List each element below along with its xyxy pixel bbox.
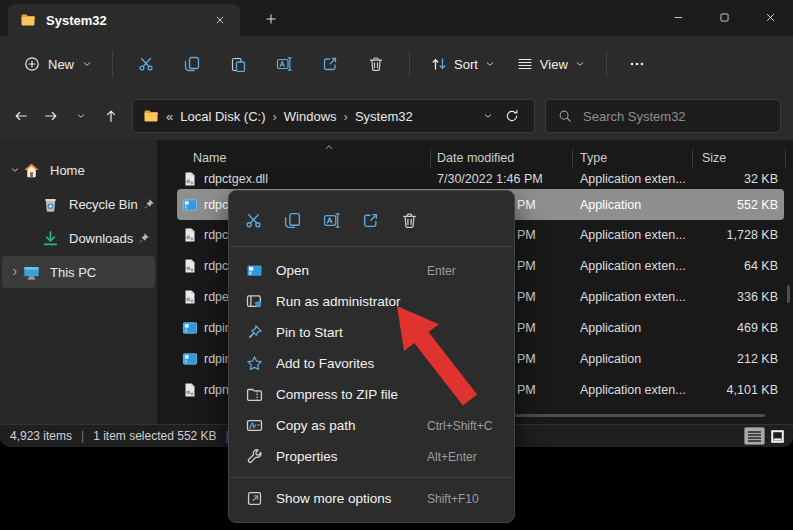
column-header-type[interactable]: Type	[580, 151, 607, 165]
quick-copy-button[interactable]	[280, 208, 304, 232]
sidebar-item-label: This PC	[50, 265, 149, 280]
search-input[interactable]	[581, 108, 768, 125]
rename-button[interactable]	[261, 47, 307, 81]
context-menu-item-run-as-administrator[interactable]: Run as administrator	[233, 286, 510, 317]
home-icon	[23, 162, 40, 179]
downloads-icon	[42, 230, 59, 247]
refresh-button[interactable]	[500, 104, 524, 128]
breadcrumb-system32[interactable]: System32	[355, 109, 413, 124]
delete-button[interactable]	[353, 47, 399, 81]
search-icon	[558, 109, 572, 123]
share-button[interactable]	[307, 47, 353, 81]
new-button[interactable]: New	[14, 47, 102, 81]
breadcrumb-local-disk[interactable]: Local Disk (C:)	[180, 109, 265, 124]
paste-button[interactable]	[215, 47, 261, 81]
new-tab-button[interactable]	[256, 7, 286, 31]
dll-file-icon	[182, 171, 198, 187]
screenshot-root: System32 New Sort View	[0, 0, 793, 530]
sort-button[interactable]: Sort	[420, 47, 506, 81]
chevron-right-icon[interactable]	[10, 267, 20, 277]
maximize-button[interactable]	[701, 0, 747, 35]
context-menu-item-open[interactable]: OpenEnter	[233, 255, 510, 286]
file-type: Application	[580, 345, 641, 373]
column-header-name[interactable]: Name	[193, 151, 226, 165]
rename-icon	[323, 212, 340, 229]
sidebar-item-this-pc[interactable]: This PC	[2, 256, 155, 288]
menu-item-shortcut: Enter	[427, 264, 497, 278]
column-header-size[interactable]: Size	[702, 151, 726, 165]
large-icons-view-button[interactable]	[767, 427, 788, 445]
show-more-icon	[246, 490, 263, 507]
close-button[interactable]	[747, 0, 793, 35]
file-size: 64 KB	[637, 252, 778, 280]
copy-button[interactable]	[169, 47, 215, 81]
chevron-down-icon	[82, 59, 92, 69]
tab-system32[interactable]: System32	[8, 4, 240, 36]
see-more-button[interactable]	[617, 47, 657, 81]
context-menu-item-compress-to-zip-file[interactable]: Compress to ZIP file	[233, 379, 510, 410]
address-bar-row: « Local Disk (C:) › Windows › System32	[0, 92, 793, 140]
quick-cut-button[interactable]	[241, 208, 265, 232]
run-admin-icon	[246, 293, 263, 310]
context-menu-quick-actions	[229, 197, 514, 243]
address-bar[interactable]: « Local Disk (C:) › Windows › System32	[132, 99, 535, 133]
copy-icon	[184, 56, 200, 72]
column-header-date-modified[interactable]: Date modified	[437, 151, 514, 165]
minimize-button[interactable]	[655, 0, 701, 35]
breadcrumb-windows[interactable]: Windows	[284, 109, 337, 124]
share-icon	[362, 212, 379, 229]
sidebar: HomeRecycle BinDownloadsThis PC	[0, 140, 157, 424]
details-view-button[interactable]	[744, 427, 765, 445]
file-icon	[182, 376, 198, 404]
dll-file-icon	[182, 289, 198, 305]
back-button[interactable]	[6, 101, 36, 131]
dll-file-icon	[182, 227, 198, 243]
toolbar-icon-buttons	[123, 47, 399, 81]
vertical-scrollbar[interactable]	[787, 285, 790, 303]
forward-button[interactable]	[36, 101, 66, 131]
up-icon	[104, 109, 118, 123]
context-menu-item-add-to-favorites[interactable]: Add to Favorites	[233, 348, 510, 379]
back-icon	[14, 109, 28, 123]
cut-icon	[138, 56, 154, 72]
folder-icon	[143, 108, 159, 124]
breadcrumb-separator: ›	[272, 109, 276, 124]
menu-separator	[230, 246, 513, 247]
sidebar-item-downloads[interactable]: Downloads	[2, 222, 155, 254]
quick-rename-button[interactable]	[319, 208, 343, 232]
close-icon	[765, 12, 776, 23]
context-menu-item-show-more-options[interactable]: Show more optionsShift+F10	[233, 483, 510, 514]
address-chevron-down-icon[interactable]	[483, 111, 493, 121]
context-menu-item-properties[interactable]: PropertiesAlt+Enter	[233, 441, 510, 472]
file-size: 212 KB	[637, 345, 778, 373]
search-box[interactable]	[545, 99, 781, 133]
file-type: Application	[580, 189, 641, 220]
sidebar-item-recycle-bin[interactable]: Recycle Bin	[2, 188, 155, 220]
up-button[interactable]	[96, 101, 126, 131]
menu-item-label: Show more options	[276, 491, 392, 506]
status-divider: |	[81, 429, 84, 443]
pin-icon	[246, 324, 263, 341]
context-menu-item-copy-as-path[interactable]: Copy as pathCtrl+Shift+C	[233, 410, 510, 441]
this-pc-icon	[23, 264, 40, 281]
breadcrumb-overflow[interactable]: «	[166, 109, 173, 124]
tab-close-button[interactable]	[208, 8, 232, 32]
recent-locations-button[interactable]	[66, 101, 96, 131]
toolbar-divider	[112, 51, 113, 77]
ellipsis-icon	[629, 56, 645, 72]
pinned-icon	[137, 232, 150, 245]
breadcrumb-separator: ›	[344, 109, 348, 124]
sidebar-item-label: Downloads	[69, 231, 133, 246]
menu-item-label: Compress to ZIP file	[276, 387, 398, 402]
file-type: Application	[580, 314, 641, 342]
cut-button[interactable]	[123, 47, 169, 81]
chevron-down-icon[interactable]	[10, 165, 20, 175]
menu-item-label: Open	[276, 263, 309, 278]
sidebar-item-home[interactable]: Home	[2, 154, 155, 186]
quick-delete-button[interactable]	[397, 208, 421, 232]
copy-path-icon	[246, 417, 263, 434]
quick-share-button[interactable]	[358, 208, 382, 232]
view-button[interactable]: View	[506, 47, 596, 81]
menu-item-shortcut: Alt+Enter	[427, 450, 497, 464]
context-menu-item-pin-to-start[interactable]: Pin to Start	[233, 317, 510, 348]
